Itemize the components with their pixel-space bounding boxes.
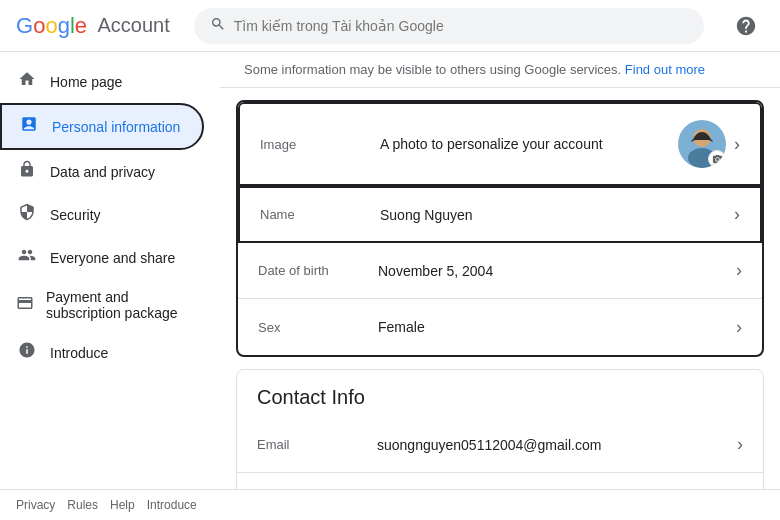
footer-help[interactable]: Help (110, 498, 135, 512)
info-text: Some information may be visible to other… (244, 62, 621, 77)
find-out-more-link[interactable]: Find out more (625, 62, 705, 77)
personal-icon (18, 115, 40, 138)
email-chevron: › (737, 434, 743, 455)
sidebar-label-payment: Payment and subscription package (46, 289, 188, 321)
sidebar-label-data: Data and privacy (50, 164, 155, 180)
help-button[interactable] (728, 8, 764, 44)
sidebar: Home page Personal information Data and … (0, 52, 220, 489)
name-chevron: › (734, 204, 740, 225)
sex-chevron: › (736, 317, 742, 338)
phone-row[interactable]: Phone 0785 140 584 › (237, 473, 763, 489)
logo-area: Google Account (16, 13, 170, 39)
sex-value: Female (378, 319, 728, 335)
personal-section: Image A photo to personalize your accoun… (236, 100, 764, 357)
email-label: Email (257, 437, 377, 452)
account-label: Account (93, 14, 170, 37)
dob-chevron: › (736, 260, 742, 281)
sidebar-label-home: Home page (50, 74, 122, 90)
avatar (678, 120, 726, 168)
sidebar-item-home[interactable]: Home page (0, 60, 204, 103)
footer: Privacy Rules Help Introduce (0, 489, 780, 520)
name-label: Name (260, 207, 380, 222)
footer-rules[interactable]: Rules (67, 498, 98, 512)
sidebar-item-everyone[interactable]: Everyone and share (0, 236, 204, 279)
body: Home page Personal information Data and … (0, 52, 780, 489)
google-logo: Google (16, 13, 87, 39)
name-value: Suong Nguyen (380, 207, 726, 223)
main-content: Some information may be visible to other… (220, 52, 780, 489)
dob-label: Date of birth (258, 263, 378, 278)
image-value: A photo to personalize your account (380, 136, 678, 152)
sidebar-item-introduce[interactable]: Introduce (0, 331, 204, 374)
sidebar-item-personal[interactable]: Personal information (0, 103, 204, 150)
sex-label: Sex (258, 320, 378, 335)
payment-icon (16, 294, 34, 317)
dob-value: November 5, 2004 (378, 263, 728, 279)
image-chevron: › (734, 134, 740, 155)
everyone-icon (16, 246, 38, 269)
name-row[interactable]: Name Suong Nguyen › (238, 186, 762, 243)
sidebar-item-data[interactable]: Data and privacy (0, 150, 204, 193)
data-privacy-icon (16, 160, 38, 183)
image-row[interactable]: Image A photo to personalize your accoun… (238, 102, 762, 186)
camera-badge (708, 150, 726, 168)
sidebar-label-security: Security (50, 207, 101, 223)
header: Google Account (0, 0, 780, 52)
sidebar-label-personal: Personal information (52, 119, 180, 135)
security-icon (16, 203, 38, 226)
search-bar[interactable] (194, 8, 704, 44)
sidebar-item-security[interactable]: Security (0, 193, 204, 236)
search-input[interactable] (234, 18, 688, 34)
image-label: Image (260, 137, 380, 152)
email-row[interactable]: Email suongnguyen05112004@gmail.com › (237, 417, 763, 473)
info-banner: Some information may be visible to other… (220, 52, 780, 88)
contact-section: Contact Info Email suongnguyen05112004@g… (236, 369, 764, 489)
contact-title: Contact Info (237, 370, 763, 417)
email-value: suongnguyen05112004@gmail.com (377, 437, 729, 453)
footer-privacy[interactable]: Privacy (16, 498, 55, 512)
introduce-icon (16, 341, 38, 364)
sidebar-label-everyone: Everyone and share (50, 250, 175, 266)
footer-introduce[interactable]: Introduce (147, 498, 197, 512)
sex-row[interactable]: Sex Female › (238, 299, 762, 355)
sidebar-label-introduce: Introduce (50, 345, 108, 361)
sidebar-item-payment[interactable]: Payment and subscription package (0, 279, 204, 331)
dob-row[interactable]: Date of birth November 5, 2004 › (238, 243, 762, 299)
search-icon (210, 16, 226, 36)
home-icon (16, 70, 38, 93)
